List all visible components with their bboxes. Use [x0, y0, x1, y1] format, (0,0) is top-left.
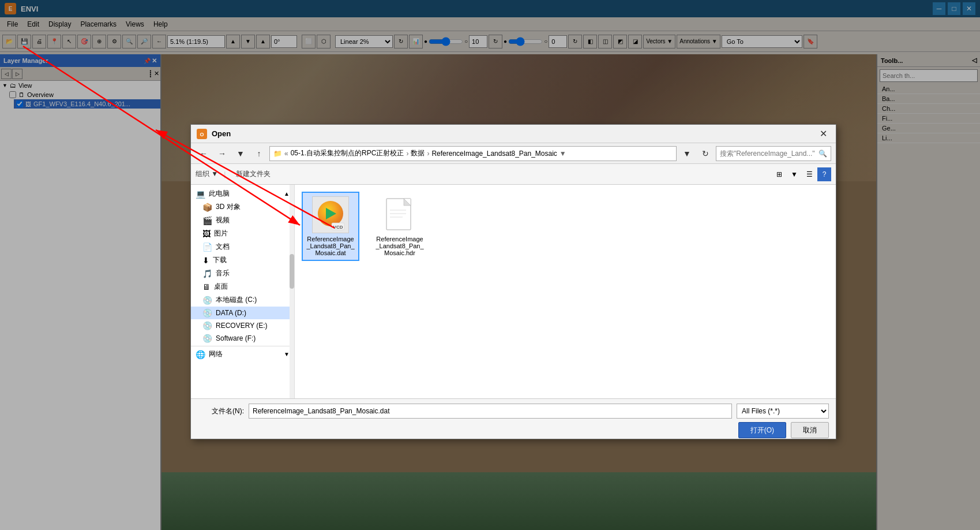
search-nav-bar: 🔍	[716, 146, 831, 161]
nav-e-drive[interactable]: 💿 RECOVERY (E:)	[191, 319, 294, 332]
nav-back-button[interactable]: ←	[196, 146, 212, 161]
breadcrumb-folder-icon: 📁	[273, 150, 282, 158]
view-help-button[interactable]: ?	[817, 167, 831, 181]
nav-downloads[interactable]: ⬇ 下载	[191, 253, 294, 267]
breadcrumb-part2[interactable]: 数据	[411, 148, 425, 158]
video-icon: 🎬	[202, 216, 212, 225]
filename-input[interactable]	[249, 404, 732, 419]
dat-file-icon: VCD	[312, 196, 349, 233]
filename-row: 文件名(N): All Files (*.*)	[198, 404, 829, 419]
downloads-icon: ⬇	[202, 256, 209, 265]
nav-documents[interactable]: 📄 文档	[191, 240, 294, 253]
organize-button[interactable]: 组织 ▼	[196, 169, 218, 179]
hdr-file-name: ReferenceImage_Landsat8_Pan_Mosaic.hdr	[376, 236, 424, 256]
e-drive-icon: 💿	[202, 321, 212, 330]
d-drive-icon: 💿	[202, 308, 212, 318]
breadcrumb[interactable]: 📁 « 05-1.自动采集控制点的RPC正射校正 › 数据 › Referenc…	[269, 146, 677, 161]
breadcrumb-part3[interactable]: ReferenceImage_Landsat8_Pan_Mosaic	[431, 150, 557, 158]
documents-icon: 📄	[202, 242, 212, 252]
nav-scroll-thumb[interactable]	[290, 254, 294, 289]
nav-up-button[interactable]: ↑	[251, 146, 267, 161]
dialog-file-toolbar: 组织 ▼ | 新建文件夹 ⊞ ▼ ☰ ?	[191, 164, 836, 185]
nav-videos[interactable]: 🎬 视频	[191, 214, 294, 227]
dialog-icon: O	[197, 129, 207, 139]
dialog-body: 💻 此电脑 ▲ 📦 3D 对象 🎬 视频	[191, 185, 836, 398]
nav-dropdown-button[interactable]: ▼	[232, 146, 249, 161]
music-icon: 🎵	[202, 269, 212, 278]
nav-divider	[191, 346, 294, 346]
nav-f-drive[interactable]: 💿 Software (F:)	[191, 332, 294, 345]
nav-3d-objects[interactable]: 📦 3D 对象	[191, 200, 294, 214]
nav-this-pc[interactable]: 💻 此电脑 ▲	[191, 187, 294, 200]
3d-icon: 📦	[202, 203, 212, 212]
dialog-nav: ← → ▼ ↑ 📁 « 05-1.自动采集控制点的RPC正射校正 › 数据 › …	[191, 143, 836, 164]
filename-label: 文件名(N):	[198, 406, 244, 416]
nav-pictures[interactable]: 🖼 图片	[191, 227, 294, 240]
dialog-close-button[interactable]: ✕	[816, 127, 830, 141]
dialog-search-input[interactable]	[720, 150, 818, 158]
nav-scrollbar[interactable]	[290, 185, 294, 398]
svg-text:VCD: VCD	[333, 225, 343, 230]
view-detail-button[interactable]: ☰	[802, 167, 816, 181]
desktop-icon: 🖥	[202, 282, 211, 292]
f-drive-icon: 💿	[202, 334, 212, 343]
hdr-file-icon	[381, 196, 418, 233]
search-nav-icon: 🔍	[818, 150, 827, 158]
pictures-icon: 🖼	[202, 229, 211, 238]
view-preview-button[interactable]: ⊞	[772, 167, 786, 181]
nav-forward-button[interactable]: →	[214, 146, 230, 161]
file-dat[interactable]: VCD ReferenceImage_Landsat8_Pan_Mosaic.d…	[302, 192, 359, 261]
svg-text:O: O	[200, 132, 204, 137]
drive-icon: 💿	[202, 296, 212, 305]
dialog-actions: 打开(O) 取消	[198, 422, 829, 438]
breadcrumb-part1[interactable]: 05-1.自动采集控制点的RPC正射校正	[291, 148, 404, 158]
nav-refresh-button[interactable]: ↻	[697, 146, 714, 161]
network-icon: 🌐	[196, 350, 205, 359]
nav-tree: 💻 此电脑 ▲ 📦 3D 对象 🎬 视频	[191, 185, 295, 398]
nav-c-drive[interactable]: 💿 本地磁盘 (C:)	[191, 293, 294, 307]
dat-file-name: ReferenceImage_Landsat8_Pan_Mosaic.dat	[306, 236, 355, 256]
dialog-overlay: O Open ✕ ← → ▼ ↑ 📁 « 05-1.自动采集控制点的RPC正射校…	[0, 0, 980, 530]
hdr-svg	[385, 197, 414, 232]
nav-music[interactable]: 🎵 音乐	[191, 267, 294, 280]
file-area: VCD ReferenceImage_Landsat8_Pan_Mosaic.d…	[295, 185, 836, 398]
new-folder-button[interactable]: 新建文件夹	[231, 167, 275, 181]
cancel-button[interactable]: 取消	[791, 422, 829, 438]
nav-network[interactable]: 🌐 网络 ▼	[191, 348, 294, 361]
open-button[interactable]: 打开(O)	[738, 422, 786, 438]
envi-window: E ENVI ─ □ ✕ File Edit Display Placemark…	[0, 0, 980, 530]
vcd-frame: VCD	[312, 196, 349, 233]
nav-dropdown2-button[interactable]: ▼	[679, 146, 695, 161]
dialog-title: Open	[212, 129, 231, 138]
view-list-button[interactable]: ▼	[787, 167, 801, 181]
view-buttons: ⊞ ▼ ☰ ?	[772, 167, 831, 181]
dialog-titlebar: O Open ✕	[191, 125, 836, 143]
file-hdr[interactable]: ReferenceImage_Landsat8_Pan_Mosaic.hdr	[371, 192, 429, 261]
computer-icon: 💻	[196, 189, 205, 199]
nav-d-drive[interactable]: 💿 DATA (D:)	[191, 307, 294, 319]
open-dialog: O Open ✕ ← → ▼ ↑ 📁 « 05-1.自动采集控制点的RPC正射校…	[190, 124, 836, 439]
dialog-bottom: 文件名(N): All Files (*.*) 打开(O) 取消	[191, 398, 836, 439]
vcd-svg: VCD	[313, 197, 348, 232]
filetype-select[interactable]: All Files (*.*)	[737, 404, 829, 419]
nav-desktop[interactable]: 🖥 桌面	[191, 280, 294, 293]
